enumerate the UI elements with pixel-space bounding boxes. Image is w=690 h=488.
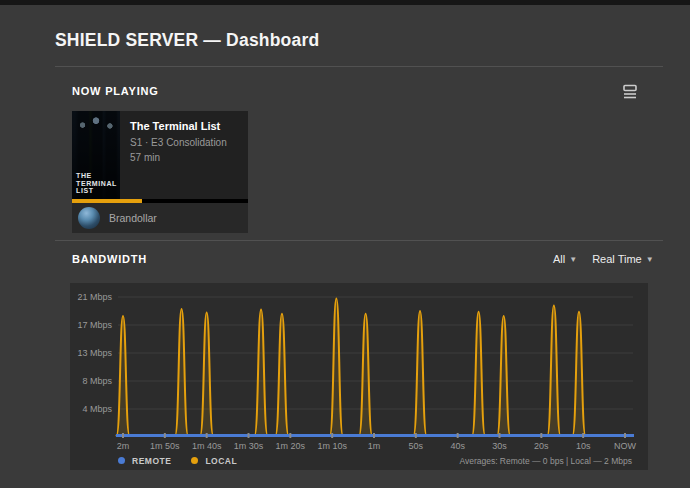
- media-title: The Terminal List: [130, 120, 238, 132]
- page-title: SHIELD SERVER — Dashboard: [55, 30, 319, 51]
- svg-text:17 Mbps: 17 Mbps: [77, 320, 112, 330]
- svg-text:40s: 40s: [450, 441, 465, 451]
- legend-item-local[interactable]: LOCAL: [191, 456, 237, 466]
- svg-text:2m: 2m: [117, 441, 130, 451]
- now-playing-user-row[interactable]: Brandollar: [72, 203, 248, 233]
- svg-text:10s: 10s: [576, 441, 591, 451]
- local-legend-label: LOCAL: [205, 456, 237, 466]
- now-playing-card[interactable]: THE TERMINAL LIST The Terminal List S1 ·…: [72, 111, 248, 233]
- list-layout-icon[interactable]: [621, 84, 639, 100]
- section-divider: [55, 240, 663, 241]
- window-top-strip: [0, 0, 690, 5]
- bandwidth-chart: 21 Mbps17 Mbps13 Mbps8 Mbps4 Mbps2m1m 50…: [70, 283, 648, 451]
- timeframe-filter-value: Real Time: [592, 253, 642, 265]
- local-legend-dot-icon: [191, 457, 198, 464]
- svg-text:30s: 30s: [492, 441, 507, 451]
- media-episode: S1 · E3 Consolidation: [130, 137, 238, 148]
- chevron-down-icon: ▼: [569, 255, 577, 264]
- svg-text:13 Mbps: 13 Mbps: [77, 348, 112, 358]
- user-name: Brandollar: [109, 212, 157, 224]
- chart-legend: REMOTE LOCAL: [70, 456, 237, 466]
- svg-text:4 Mbps: 4 Mbps: [82, 404, 112, 414]
- chevron-down-icon: ▼: [646, 255, 654, 264]
- source-filter-dropdown[interactable]: All ▼: [553, 253, 577, 265]
- svg-text:8 Mbps: 8 Mbps: [82, 376, 112, 386]
- timeframe-filter-dropdown[interactable]: Real Time ▼: [592, 253, 653, 265]
- svg-text:1m 30s: 1m 30s: [234, 441, 264, 451]
- poster-image[interactable]: THE TERMINAL LIST: [72, 111, 120, 199]
- now-playing-metadata: The Terminal List S1 · E3 Consolidation …: [120, 111, 248, 199]
- bandwidth-section-label: BANDWIDTH: [72, 253, 147, 265]
- svg-text:NOW: NOW: [614, 441, 637, 451]
- svg-text:1m 50s: 1m 50s: [150, 441, 180, 451]
- now-playing-section-label: NOW PLAYING: [72, 85, 159, 97]
- title-divider: [55, 66, 663, 67]
- svg-text:20s: 20s: [534, 441, 549, 451]
- svg-text:1m 10s: 1m 10s: [317, 441, 347, 451]
- bandwidth-filters: All ▼ Real Time ▼: [553, 253, 654, 265]
- now-playing-media-row: THE TERMINAL LIST The Terminal List S1 ·…: [72, 111, 248, 199]
- source-filter-value: All: [553, 253, 565, 265]
- svg-text:50s: 50s: [409, 441, 424, 451]
- dashboard-page: SHIELD SERVER — Dashboard NOW PLAYING TH…: [0, 0, 690, 488]
- svg-text:1m: 1m: [368, 441, 381, 451]
- playback-progress-bar: [72, 199, 248, 203]
- averages-summary: Averages: Remote — 0 bps | Local — 2 Mbp…: [459, 456, 648, 466]
- bandwidth-chart-panel: 21 Mbps17 Mbps13 Mbps8 Mbps4 Mbps2m1m 50…: [70, 283, 648, 470]
- legend-item-remote[interactable]: REMOTE: [118, 456, 171, 466]
- playback-progress-fill: [72, 199, 142, 203]
- media-duration: 57 min: [130, 152, 238, 163]
- poster-title-text: THE TERMINAL LIST: [76, 172, 117, 195]
- remote-legend-label: REMOTE: [132, 456, 171, 466]
- remote-legend-dot-icon: [118, 457, 125, 464]
- chart-footer: REMOTE LOCAL Averages: Remote — 0 bps | …: [70, 451, 648, 470]
- svg-text:21 Mbps: 21 Mbps: [77, 292, 112, 302]
- svg-text:1m 20s: 1m 20s: [276, 441, 306, 451]
- user-avatar: [78, 207, 100, 229]
- svg-text:1m 40s: 1m 40s: [192, 441, 222, 451]
